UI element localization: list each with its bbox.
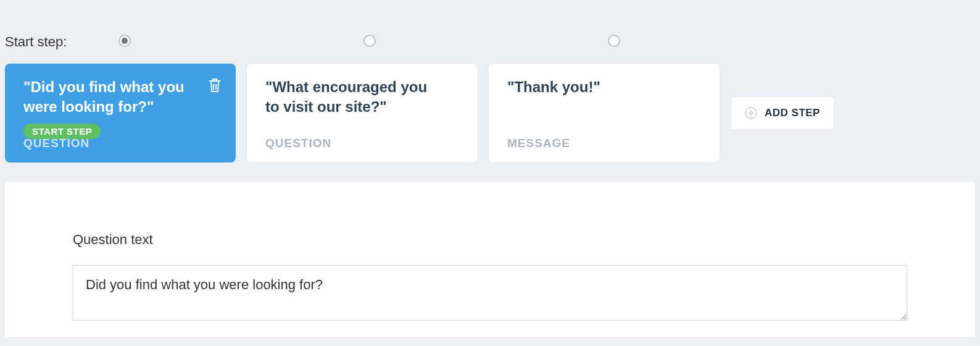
step-card-title: "Did you find what you were looking for?… <box>23 77 202 117</box>
question-text-input[interactable] <box>73 265 907 321</box>
step-card-type: QUESTION <box>265 137 331 150</box>
start-step-label: Start step: <box>5 34 116 50</box>
step-card-3[interactable]: "Thank you!" MESSAGE <box>489 64 720 162</box>
start-step-radio-1[interactable] <box>118 35 131 47</box>
question-text-label: Question text <box>73 232 907 248</box>
editor-panel: Question text <box>5 182 975 337</box>
add-step-button[interactable]: ADD STEP <box>731 96 834 130</box>
add-step-label: ADD STEP <box>765 107 820 119</box>
step-card-title: "Thank you!" <box>507 77 686 97</box>
step-card-1[interactable]: "Did you find what you were looking for?… <box>5 64 236 162</box>
start-step-radio-2[interactable] <box>363 35 376 47</box>
plus-circle-icon <box>745 107 757 119</box>
step-card-title: "What encouraged you to visit our site?" <box>265 77 444 117</box>
step-card-type: MESSAGE <box>507 137 570 150</box>
steps-row: "Did you find what you were looking for?… <box>0 50 980 162</box>
step-card-type: QUESTION <box>23 137 89 150</box>
start-step-radio-3[interactable] <box>608 35 620 47</box>
trash-icon[interactable] <box>207 77 222 96</box>
step-card-2[interactable]: "What encouraged you to visit our site?"… <box>247 64 478 162</box>
